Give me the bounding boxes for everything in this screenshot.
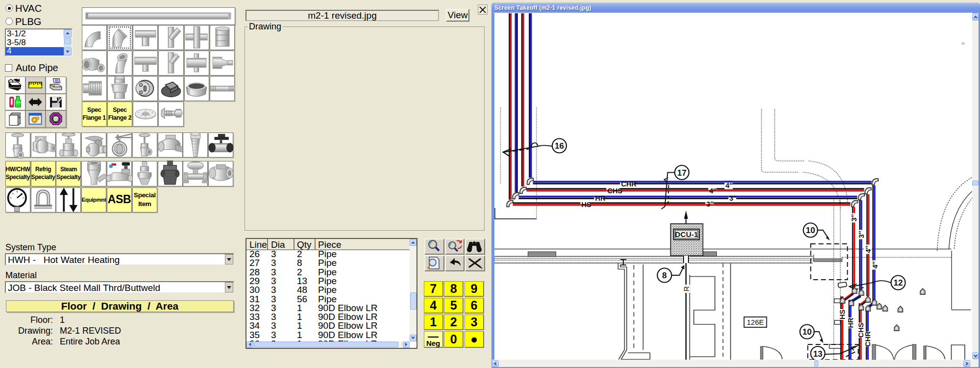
svg-text:16: 16 bbox=[555, 141, 564, 151]
svg-text:HS: HS bbox=[838, 310, 846, 319]
svg-text:4″: 4″ bbox=[725, 182, 733, 189]
svg-text:4″: 4″ bbox=[871, 261, 879, 268]
svg-text:17: 17 bbox=[677, 168, 686, 178]
svg-text:12: 12 bbox=[893, 278, 903, 288]
svg-text:CHS: CHS bbox=[607, 187, 622, 195]
svg-text:10: 10 bbox=[802, 327, 811, 337]
svg-text:HS: HS bbox=[581, 201, 591, 209]
svg-text:3″: 3″ bbox=[857, 231, 865, 238]
svg-text:8: 8 bbox=[662, 271, 666, 280]
svg-text:126E: 126E bbox=[746, 318, 763, 326]
svg-text:3″: 3″ bbox=[706, 200, 713, 208]
svg-text:HR: HR bbox=[846, 317, 854, 328]
svg-text:13: 13 bbox=[813, 349, 822, 359]
svg-text:4″: 4″ bbox=[709, 187, 716, 195]
svg-text:HR: HR bbox=[595, 194, 605, 202]
svg-text:3″: 3″ bbox=[729, 194, 736, 202]
svg-text:3″: 3″ bbox=[850, 214, 858, 221]
svg-text:R: R bbox=[682, 286, 690, 291]
svg-text:CHR: CHR bbox=[863, 331, 871, 347]
svg-text:DCU-1: DCU-1 bbox=[675, 230, 698, 238]
svg-text:4″: 4″ bbox=[864, 245, 872, 253]
svg-text:CHR: CHR bbox=[621, 180, 637, 188]
svg-text:10: 10 bbox=[806, 226, 815, 235]
